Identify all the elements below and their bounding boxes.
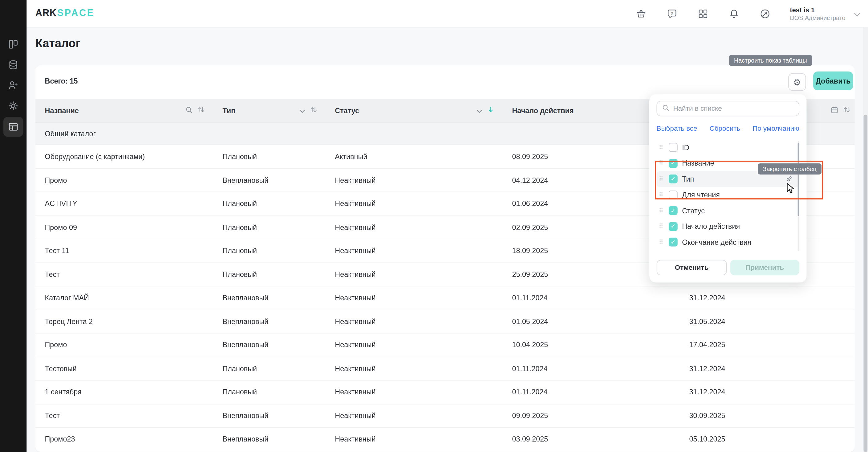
cell-name: Тест [35,411,222,420]
cell-status: Неактивный [335,411,512,420]
chat-help-icon[interactable]: ? [666,8,678,20]
sidebar-item-settings[interactable] [3,96,23,116]
column-toggle-item[interactable]: ⠿ ✓ Статус [656,203,799,219]
chevron-down-icon[interactable] [300,106,305,115]
column-toggle-list: ⠿ ID ⠿ ✓ Название ⠿ ✓ Тип ⠿ Для чтения ⠿… [656,140,799,250]
drag-handle-icon[interactable]: ⠿ [659,176,664,182]
column-settings-popup: Выбрать все Сбросить По умолчанию ⠿ ID ⠿… [649,94,806,282]
cell-end-date: 31.12.2024 [689,364,855,373]
sort-icon[interactable] [843,106,850,115]
apps-grid-icon[interactable] [697,8,709,20]
sidebar-item-database[interactable] [3,55,23,75]
table-row[interactable]: Тестовый Плановый Неактивный 01.11.2024 … [35,357,855,380]
cell-start-date: 10.04.2025 [512,341,689,349]
column-toggle-item[interactable]: ⠿ ID [656,140,799,156]
popup-search-input[interactable] [673,105,794,113]
column-label: Начало действия [512,106,574,115]
cell-end-date: 05.10.2025 [689,435,855,443]
table-row[interactable]: Торец Лента 2 Внеплановый Неактивный 01.… [35,310,855,333]
search-icon [662,104,669,113]
user-name: test is 1 [790,6,845,14]
cell-type: Внеплановый [222,411,335,420]
popup-scrollbar-thumb[interactable] [798,143,799,216]
column-header-name[interactable]: Название [35,98,222,122]
user-menu[interactable]: test is 1 DOS Администрато... [790,6,860,22]
pin-column-icon[interactable] [785,175,793,182]
add-button[interactable]: Добавить [813,72,853,90]
brand-part1: ARK [35,8,57,19]
cancel-button[interactable]: Отменить [656,260,726,275]
cell-type: Плановый [222,152,335,161]
sort-icon[interactable] [310,106,317,115]
cell-start-date: 01.11.2024 [512,364,689,373]
sort-icon[interactable] [198,106,205,115]
table-settings-button[interactable]: ⚙ [788,73,806,91]
column-checkbox[interactable]: ✓ [669,206,678,215]
table-row[interactable]: Тест Внеплановый Неактивный 09.09.2025 3… [35,404,855,428]
sidebar-item-catalog[interactable] [3,117,23,137]
table-row[interactable]: 1 сентября Плановый Неактивный 01.11.202… [35,380,855,404]
drag-handle-icon[interactable]: ⠿ [659,160,664,167]
sidebar [0,0,27,452]
drag-handle-icon[interactable]: ⠿ [659,192,664,198]
cell-name: ACTIVITY [35,199,222,208]
cell-status: Неактивный [335,223,512,231]
page-title: Каталог [35,37,81,50]
drag-handle-icon[interactable]: ⠿ [659,223,664,229]
column-checkbox[interactable]: ✓ [669,159,678,168]
drag-handle-icon[interactable]: ⠿ [659,239,664,246]
cell-status: Неактивный [335,176,512,185]
popup-search[interactable] [656,101,799,116]
column-toggle-item[interactable]: ⠿ Для чтения [656,187,799,203]
column-toggle-item[interactable]: ⠿ ✓ Начало действия [656,219,799,234]
column-checkbox[interactable] [669,191,678,199]
drag-handle-icon[interactable]: ⠿ [659,144,664,150]
cell-type: Плановый [222,364,335,373]
cell-type: Плановый [222,388,335,396]
cell-status: Неактивный [335,294,512,302]
select-all-link[interactable]: Выбрать все [656,124,697,133]
calendar-icon[interactable] [831,106,838,115]
column-label: Статус [335,106,359,115]
topbar: ARKSPACE ? test is 1 DOS Администрато... [27,0,868,28]
table-row[interactable]: Промо Внеплановый Неактивный 10.04.2025 … [35,334,855,357]
column-label: Название [45,106,79,115]
column-toggle-item[interactable]: ⠿ ✓ Окончание действия [656,234,799,250]
column-label: Тип [222,106,235,115]
bell-icon[interactable] [728,8,740,20]
search-icon[interactable] [185,106,192,115]
column-toggle-label: Начало действия [682,222,740,231]
brand-logo[interactable]: ARKSPACE [35,8,95,19]
cell-end-date: 31.05.2024 [689,317,855,326]
default-link[interactable]: По умолчанию [752,124,799,133]
table-row[interactable]: Каталог МАЙ Внеплановый Неактивный 01.11… [35,286,855,310]
users-icon [8,80,19,91]
sidebar-item-users[interactable] [3,75,23,95]
popup-scrollbar[interactable] [798,141,799,251]
column-checkbox[interactable]: ✓ [669,222,678,231]
column-toggle-label: Статус [682,206,705,215]
reset-link[interactable]: Сбросить [709,124,740,133]
chevron-down-icon[interactable] [854,9,860,19]
sidebar-item-dashboard[interactable] [3,34,23,54]
apply-button[interactable]: Применить [730,260,799,275]
cell-name: Промо [35,176,222,185]
transfer-icon[interactable] [759,8,771,20]
column-header-status[interactable]: Статус [335,98,512,122]
cell-name: Промо [35,341,222,349]
table-row[interactable]: Промо23 Внеплановый Неактивный 03.09.202… [35,428,855,451]
gear-icon [8,100,19,111]
page-scrollbar-thumb[interactable] [864,115,868,452]
sort-down-active-icon[interactable] [487,106,494,115]
chevron-down-icon[interactable] [476,106,482,115]
column-header-type[interactable]: Тип [222,98,335,122]
basket-icon[interactable] [635,8,647,20]
column-checkbox[interactable] [669,143,678,152]
column-checkbox[interactable]: ✓ [669,238,678,247]
page-scrollbar[interactable] [863,28,868,452]
drag-handle-icon[interactable]: ⠿ [659,207,664,214]
column-checkbox[interactable]: ✓ [669,174,678,183]
column-toggle-label: Для чтения [682,191,720,199]
cell-end-date: 17.04.2025 [689,341,855,349]
cell-status: Неактивный [335,364,512,373]
